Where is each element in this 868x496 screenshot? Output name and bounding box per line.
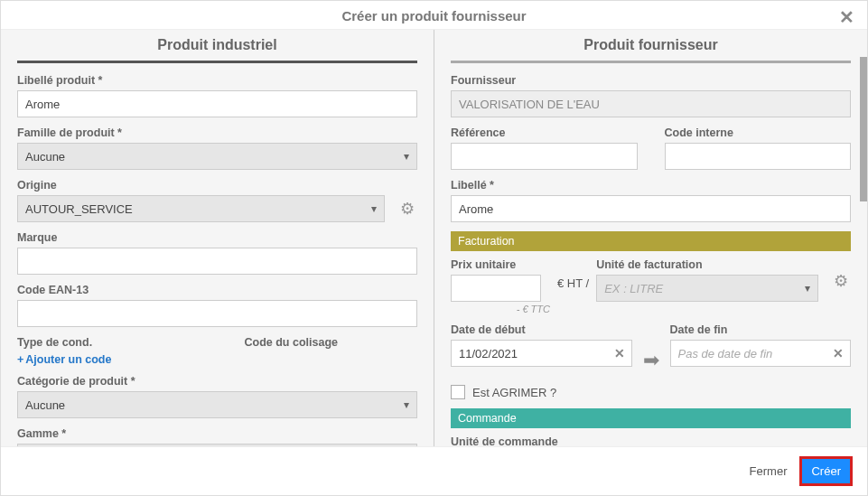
input-marque[interactable] xyxy=(17,248,417,275)
select-unite-placeholder: EX : LITRE xyxy=(604,282,663,295)
clear-icon[interactable]: ✕ xyxy=(833,346,844,360)
plus-icon: + xyxy=(17,353,23,366)
label-date-fin: Date de fin xyxy=(670,323,852,336)
panel-title-left: Produit industriel xyxy=(17,30,417,63)
field-famille-produit: Famille de produit * Aucune ▾ xyxy=(17,126,417,170)
field-libelle-produit: Libellé produit * xyxy=(17,74,417,117)
label-agrimer: Est AGRIMER ? xyxy=(472,386,556,399)
modal-body: Produit industriel Libellé produit * Fam… xyxy=(1,30,867,446)
field-prix-unitaire: Prix unitaire - € TTC xyxy=(451,258,550,314)
chevron-down-icon: ▾ xyxy=(371,202,377,215)
input-prix-unitaire[interactable] xyxy=(451,275,541,302)
field-marque: Marque xyxy=(17,231,417,275)
gear-icon[interactable]: ⚙ xyxy=(831,271,851,291)
select-famille-produit[interactable]: Aucune ▾ xyxy=(17,143,417,170)
checkbox-agrimer[interactable] xyxy=(451,385,465,399)
field-ean: Code EAN-13 xyxy=(17,284,417,327)
input-date-fin[interactable] xyxy=(670,340,852,367)
label-libelle-produit: Libellé produit * xyxy=(17,74,417,87)
field-unite-commande: Unité de commande xyxy=(451,435,851,446)
label-marque: Marque xyxy=(17,231,417,244)
create-button[interactable]: Créer xyxy=(799,456,853,486)
panel-supplier-product: Produit fournisseur Fournisseur Référenc… xyxy=(434,30,867,446)
scrollbar-thumb[interactable] xyxy=(860,57,867,201)
input-libelle-supplier[interactable] xyxy=(451,195,851,222)
modal-footer: Fermer Créer xyxy=(1,446,867,495)
row-type-colisage: Type de cond. +Ajouter un code Code du c… xyxy=(17,336,417,375)
chevron-down-icon: ▾ xyxy=(805,282,810,295)
label-fournisseur: Fournisseur xyxy=(451,74,851,87)
field-colisage: Code du colisage xyxy=(245,336,418,366)
label-unite-facturation: Unité de facturation xyxy=(596,258,818,271)
row-dates: Date de début ✕ ➡ Date de fin ✕ xyxy=(451,323,851,376)
label-date-debut: Date de début xyxy=(451,323,632,336)
chevron-down-icon: ▾ xyxy=(404,398,409,411)
section-facturation: Facturation xyxy=(451,231,851,251)
input-code-interne[interactable] xyxy=(665,143,852,170)
field-origine: Origine AUTOUR_SERVICE ▾ ⚙ xyxy=(17,179,417,222)
select-origine-value: AUTOUR_SERVICE xyxy=(25,202,133,216)
field-libelle-supplier: Libellé * xyxy=(451,179,851,222)
label-type-cond: Type de cond. xyxy=(17,336,191,349)
chevron-down-icon: ▾ xyxy=(404,150,409,163)
label-famille-produit: Famille de produit * xyxy=(17,126,417,139)
label-prix-unitaire: Prix unitaire xyxy=(451,258,550,271)
row-prix-unite: Prix unitaire - € TTC € HT / Unité de fa… xyxy=(451,258,851,323)
input-ean[interactable] xyxy=(17,300,417,327)
text-ht: € HT / xyxy=(557,276,589,290)
label-reference: Référence xyxy=(451,126,638,139)
panel-title-right: Produit fournisseur xyxy=(451,30,851,63)
label-libelle-supplier: Libellé * xyxy=(451,179,851,192)
select-unite-facturation[interactable]: EX : LITRE ▾ xyxy=(596,275,818,302)
input-fournisseur xyxy=(451,90,851,117)
label-unite-commande: Unité de commande xyxy=(451,435,851,446)
close-icon[interactable]: ✕ xyxy=(839,6,854,28)
label-origine: Origine xyxy=(17,179,417,192)
field-gamme: Gamme * unknown ▾ xyxy=(17,427,417,446)
field-fournisseur: Fournisseur xyxy=(451,74,851,117)
modal-dialog: Créer un produit fournisseur ✕ Produit i… xyxy=(0,0,868,496)
modal-title: Créer un produit fournisseur xyxy=(341,8,526,23)
field-unite-facturation: Unité de facturation EX : LITRE ▾ xyxy=(596,258,818,314)
gear-icon[interactable]: ⚙ xyxy=(397,199,417,219)
label-gamme: Gamme * xyxy=(17,427,417,440)
field-date-debut: Date de début ✕ xyxy=(451,323,632,367)
select-origine[interactable]: AUTOUR_SERVICE ▾ xyxy=(17,195,385,222)
label-colisage: Code du colisage xyxy=(245,336,418,349)
input-libelle-produit[interactable] xyxy=(17,90,417,117)
section-commande: Commande xyxy=(451,408,851,428)
panel-industrial-product: Produit industriel Libellé produit * Fam… xyxy=(1,30,434,446)
select-famille-value: Aucune xyxy=(25,150,65,164)
field-reference: Référence xyxy=(451,126,638,170)
field-type-cond: Type de cond. +Ajouter un code xyxy=(17,336,191,366)
cancel-button[interactable]: Fermer xyxy=(750,464,788,478)
field-categorie: Catégorie de produit * Aucune ▾ xyxy=(17,375,417,418)
clear-icon[interactable]: ✕ xyxy=(614,346,625,360)
input-date-debut[interactable] xyxy=(451,340,632,367)
input-reference[interactable] xyxy=(451,143,638,170)
label-ean: Code EAN-13 xyxy=(17,284,417,296)
arrow-right-icon: ➡ xyxy=(643,349,659,372)
add-code-link[interactable]: +Ajouter un code xyxy=(17,353,111,366)
label-code-interne: Code interne xyxy=(665,126,852,139)
add-code-text: Ajouter un code xyxy=(25,353,111,366)
label-categorie: Catégorie de produit * xyxy=(17,375,417,388)
select-categorie-value: Aucune xyxy=(25,398,65,412)
hint-ttc: - € TTC xyxy=(451,304,550,314)
row-agrimer: Est AGRIMER ? xyxy=(451,385,851,399)
row-ref-code: Référence Code interne xyxy=(451,126,851,179)
select-gamme[interactable]: unknown ▾ xyxy=(17,444,417,446)
modal-header: Créer un produit fournisseur ✕ xyxy=(1,1,867,30)
field-date-fin: Date de fin ✕ xyxy=(670,323,852,367)
field-code-interne: Code interne xyxy=(665,126,852,170)
select-categorie[interactable]: Aucune ▾ xyxy=(17,391,417,418)
